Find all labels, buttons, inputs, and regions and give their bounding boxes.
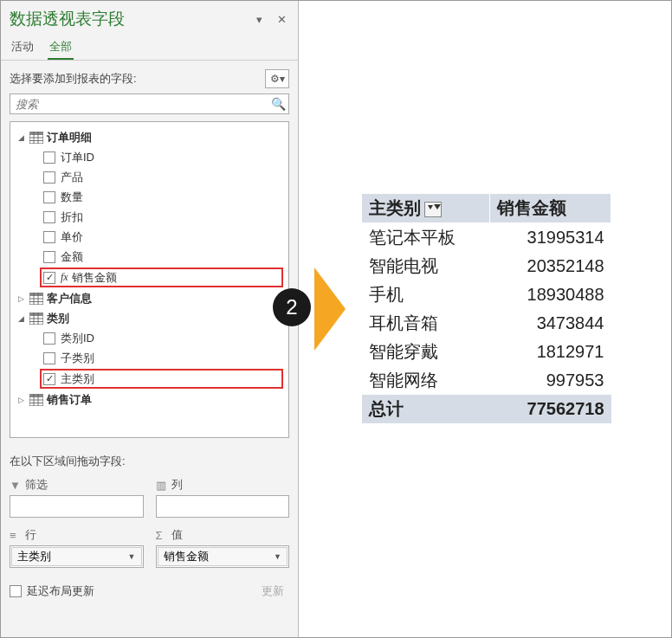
field-label: 主类别 — [61, 371, 94, 387]
svg-rect-19 — [29, 394, 43, 397]
field-label: 金额 — [61, 249, 83, 265]
field-item[interactable]: 产品 — [12, 167, 287, 187]
close-icon[interactable]: ✕ — [274, 11, 289, 27]
pivot-value: 31995314 — [490, 223, 611, 253]
field-item[interactable]: 单价 — [12, 227, 287, 247]
field-label: 折扣 — [61, 209, 83, 225]
chevron-down-icon[interactable]: ▼ — [274, 552, 281, 561]
table-label: 销售订单 — [47, 392, 92, 408]
pivot-value: 18930488 — [490, 280, 611, 309]
table-row: 智能电视20352148 — [362, 252, 611, 280]
step-badge: 2 — [273, 288, 311, 326]
result-area: 2 主类别 销售金额 笔记本平板31995314智能电视20352148手机18… — [299, 1, 671, 637]
instruction-text: 选择要添加到报表的字段: — [10, 71, 265, 87]
filter-drop-zone[interactable] — [10, 495, 144, 518]
arrow-icon — [314, 267, 346, 351]
table-row: 智能穿戴1812971 — [362, 338, 611, 366]
defer-layout-checkbox[interactable] — [10, 585, 22, 597]
pivot-category: 智能网络 — [362, 366, 490, 395]
rows-zone-label: 行 — [25, 527, 36, 543]
update-button[interactable]: 更新 — [256, 582, 289, 601]
field-item[interactable]: 主类别 — [40, 369, 283, 389]
table-icon — [29, 313, 43, 325]
pivot-value: 1812971 — [490, 338, 611, 366]
rows-item[interactable]: 主类别▼ — [11, 547, 142, 566]
field-item[interactable]: fx销售金额 — [40, 267, 283, 287]
field-checkbox[interactable] — [43, 191, 55, 203]
total-row: 总计77562718 — [362, 395, 611, 423]
field-checkbox[interactable] — [43, 373, 55, 385]
expander-icon[interactable]: ▷ — [16, 396, 26, 404]
values-icon: Σ — [156, 529, 168, 542]
field-checkbox[interactable] — [43, 171, 55, 184]
pivot-result-table: 主类别 销售金额 笔记本平板31995314智能电视20352148手机1893… — [361, 193, 611, 423]
svg-rect-1 — [29, 132, 43, 135]
table-node[interactable]: ◢订单明细 — [12, 127, 287, 147]
field-label: 销售金额 — [72, 270, 117, 286]
values-item[interactable]: 销售金额▼ — [158, 547, 288, 566]
rows-icon: ≡ — [10, 529, 22, 542]
pane-title: 数据透视表字段 — [10, 8, 244, 30]
drag-instruction: 在以下区域间拖动字段: — [10, 454, 289, 469]
field-label: 数量 — [61, 190, 83, 205]
sort-button[interactable] — [424, 202, 442, 217]
table-icon — [29, 394, 43, 406]
table-icon — [29, 132, 43, 144]
pivot-col2-header: 销售金额 — [490, 194, 611, 223]
field-label: 类别ID — [61, 331, 94, 346]
search-input[interactable] — [10, 98, 268, 111]
filter-zone-label: 筛选 — [25, 477, 48, 493]
tab-active[interactable]: 活动 — [10, 35, 36, 60]
field-item[interactable]: 子类别 — [12, 348, 287, 368]
values-zone-label: 值 — [171, 527, 183, 543]
filter-icon: ▼ — [10, 479, 22, 492]
field-label: 订单ID — [61, 150, 94, 165]
pivot-field-pane: 数据透视表字段 ▾ ✕ 活动 全部 选择要添加到报表的字段: ⚙▾ 🔍 ◢订单明… — [1, 1, 299, 637]
gear-icon[interactable]: ⚙▾ — [265, 69, 289, 88]
field-checkbox[interactable] — [43, 332, 55, 345]
pivot-value: 3473844 — [490, 309, 611, 338]
rows-drop-zone[interactable]: 主类别▼ — [10, 545, 144, 568]
expander-icon[interactable]: ▷ — [16, 294, 26, 303]
defer-layout-label: 延迟布局更新 — [27, 583, 256, 599]
field-tree[interactable]: ◢订单明细订单ID产品数量折扣单价金额fx销售金额▷客户信息◢类别类别ID子类别… — [10, 122, 288, 437]
table-node[interactable]: ▷客户信息 — [12, 288, 287, 308]
columns-drop-zone[interactable] — [156, 495, 290, 518]
field-label: 产品 — [61, 170, 83, 185]
chevron-down-icon[interactable]: ▼ — [128, 552, 136, 561]
field-checkbox[interactable] — [43, 211, 55, 223]
field-item[interactable]: 折扣 — [12, 207, 287, 227]
field-item[interactable]: 数量 — [12, 187, 287, 207]
table-row: 智能网络997953 — [362, 366, 611, 395]
expander-icon[interactable]: ◢ — [16, 314, 26, 323]
field-checkbox[interactable] — [43, 352, 55, 364]
field-checkbox[interactable] — [43, 251, 55, 263]
pivot-category: 智能穿戴 — [362, 338, 490, 366]
pivot-value: 20352148 — [490, 252, 611, 280]
columns-icon: ▥ — [156, 479, 168, 492]
field-label: 单价 — [61, 229, 83, 245]
pivot-value: 997953 — [490, 366, 611, 395]
pivot-category: 智能电视 — [362, 252, 490, 280]
tab-all[interactable]: 全部 — [48, 35, 74, 60]
field-item[interactable]: 订单ID — [12, 147, 287, 167]
field-item[interactable]: 类别ID — [12, 328, 287, 348]
table-node[interactable]: ◢类别 — [12, 308, 287, 328]
pivot-category: 笔记本平板 — [362, 223, 490, 253]
table-row: 耳机音箱3473844 — [362, 309, 611, 338]
field-checkbox[interactable] — [43, 151, 55, 164]
fx-icon: fx — [61, 271, 68, 284]
pane-menu-button[interactable]: ▾ — [251, 11, 267, 27]
field-checkbox[interactable] — [43, 231, 55, 243]
total-value: 77562718 — [490, 395, 611, 423]
search-icon[interactable]: 🔍 — [268, 97, 288, 111]
field-item[interactable]: 金额 — [12, 247, 287, 267]
table-row: 笔记本平板31995314 — [362, 223, 611, 253]
pivot-col1-header: 主类别 — [369, 198, 421, 217]
expander-icon[interactable]: ◢ — [16, 133, 26, 142]
values-drop-zone[interactable]: 销售金额▼ — [156, 545, 290, 568]
table-row: 手机18930488 — [362, 280, 611, 309]
columns-zone-label: 列 — [171, 477, 183, 493]
field-checkbox[interactable] — [43, 272, 55, 284]
table-node[interactable]: ▷销售订单 — [12, 390, 287, 409]
